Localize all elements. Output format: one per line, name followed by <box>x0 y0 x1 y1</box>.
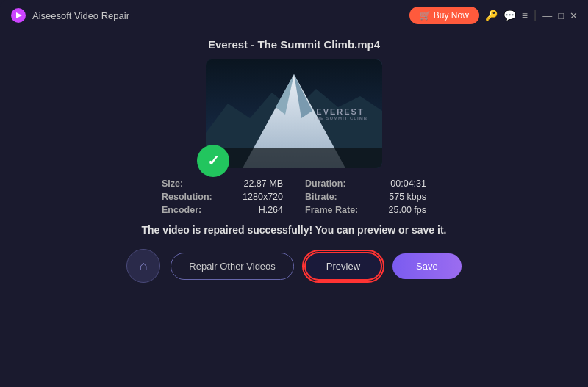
buy-now-button[interactable]: 🛒 Buy Now <box>409 7 478 24</box>
chat-icon[interactable]: 💬 <box>503 10 516 21</box>
bitrate-value: 575 kbps <box>389 192 426 202</box>
video-info: Size: 22.87 MB Duration: 00:04:31 Resolu… <box>162 178 426 215</box>
success-message: The video is repaired successfully! You … <box>142 224 447 236</box>
app-title: Aiseesoft Video Repair <box>32 10 129 21</box>
titlebar-center: 🛒 Buy Now 🔑 💬 ≡ | — □ ✕ <box>409 7 578 24</box>
thumbnail-text: EVEREST THE SUMMIT CLIMB <box>313 107 368 120</box>
svg-rect-7 <box>206 148 382 168</box>
home-icon: ⌂ <box>140 258 148 274</box>
success-badge: ✓ <box>197 145 229 177</box>
encoder-label: Encoder: <box>162 205 201 215</box>
titlebar: Aiseesoft Video Repair 🛒 Buy Now 🔑 💬 ≡ |… <box>0 0 588 31</box>
size-label: Size: <box>162 178 183 189</box>
bitrate-label: Bitrate: <box>305 192 337 202</box>
titlebar-left: Aiseesoft Video Repair <box>10 7 129 23</box>
app-logo-icon <box>10 7 26 23</box>
resolution-label: Resolution: <box>162 192 212 202</box>
buttons-row: ⌂ Repair Other Videos Preview Save <box>126 249 461 283</box>
maximize-button[interactable]: □ <box>558 10 564 21</box>
duration-value: 00:04:31 <box>390 178 426 189</box>
video-container: EVEREST THE SUMMIT CLIMB ✓ <box>206 59 382 168</box>
duration-label: Duration: <box>305 178 346 189</box>
close-button[interactable]: ✕ <box>570 10 578 21</box>
repair-other-videos-button[interactable]: Repair Other Videos <box>171 253 294 280</box>
size-row: Size: 22.87 MB <box>162 178 283 189</box>
size-value: 22.87 MB <box>243 178 283 189</box>
main-content: Everest - The Summit Climb.mp4 <box>0 31 588 387</box>
home-button[interactable]: ⌂ <box>126 249 160 283</box>
video-thumbnail: EVEREST THE SUMMIT CLIMB <box>206 59 382 168</box>
preview-button[interactable]: Preview <box>304 252 382 281</box>
minimize-button[interactable]: — <box>542 10 552 21</box>
framerate-row: Frame Rate: 25.00 fps <box>305 205 426 215</box>
encoder-value: H.264 <box>259 205 283 215</box>
resolution-row: Resolution: 1280x720 <box>162 192 283 202</box>
bitrate-row: Bitrate: 575 kbps <box>305 192 426 202</box>
menu-icon[interactable]: ≡ <box>522 10 528 21</box>
key-icon[interactable]: 🔑 <box>485 10 498 21</box>
framerate-value: 25.00 fps <box>389 205 426 215</box>
encoder-row: Encoder: H.264 <box>162 205 283 215</box>
titlebar-divider: | <box>534 9 537 22</box>
resolution-value: 1280x720 <box>243 192 283 202</box>
duration-row: Duration: 00:04:31 <box>305 178 426 189</box>
framerate-label: Frame Rate: <box>305 205 358 215</box>
video-filename: Everest - The Summit Climb.mp4 <box>208 38 380 51</box>
save-button[interactable]: Save <box>392 253 462 279</box>
